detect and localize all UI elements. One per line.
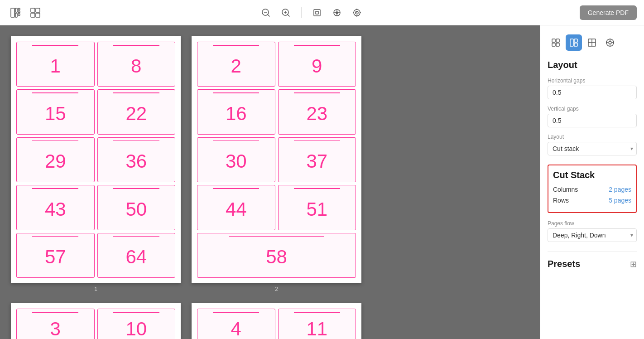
zoom-out-button[interactable] [258, 5, 274, 21]
card-58: 58 [197, 233, 356, 278]
right-panel: Layout Horizontal gaps Vertical gaps Lay… [540, 25, 644, 339]
svg-rect-0 [11, 8, 14, 17]
page-4: 4 11 [192, 303, 361, 339]
vertical-gaps-input[interactable] [548, 114, 637, 127]
generate-pdf-button[interactable]: Generate PDF [580, 5, 637, 20]
cut-stack-rows-row: Rows 5 pages [553, 197, 631, 204]
toolbar-divider [301, 7, 302, 18]
horizontal-gaps-label: Horizontal gaps [548, 77, 637, 84]
svg-rect-6 [31, 8, 35, 12]
card-1: 1 [16, 42, 95, 87]
fit-page-button[interactable] [309, 5, 325, 21]
card-64: 64 [97, 233, 176, 278]
svg-line-16 [288, 15, 289, 16]
pages-flow-label: Pages flow [548, 220, 637, 227]
svg-rect-2 [15, 13, 17, 17]
cut-stack-columns-row: Columns 2 pages [553, 186, 631, 193]
columns-value: 2 pages [609, 186, 631, 193]
svg-rect-7 [36, 8, 40, 12]
svg-rect-4 [18, 11, 20, 13]
page-group-3: 3 10 [11, 303, 181, 339]
card-57: 57 [16, 233, 95, 278]
panel-icon-2[interactable] [566, 34, 582, 51]
page-group-2: 2 9 16 23 30 37 44 51 58 2 [192, 36, 361, 292]
svg-rect-5 [18, 14, 20, 15]
svg-rect-18 [316, 11, 318, 14]
card-23: 23 [278, 89, 356, 134]
fit-width-button[interactable] [329, 5, 345, 21]
columns-label: Columns [553, 186, 578, 193]
svg-rect-30 [552, 39, 555, 42]
card-30: 30 [197, 137, 275, 182]
card-44: 44 [197, 185, 275, 230]
page-2-label: 2 [275, 286, 278, 292]
card-10: 10 [97, 309, 176, 339]
main-content: 1 8 15 22 29 36 43 50 57 64 1 2 9 16 23 … [0, 25, 644, 339]
panel-icons [548, 34, 637, 51]
card-43: 43 [16, 185, 95, 230]
toolbar-right: Generate PDF [580, 5, 637, 20]
card-29: 29 [16, 137, 95, 182]
svg-rect-32 [552, 43, 555, 46]
panel-icon-3[interactable] [584, 34, 600, 51]
horizontal-gaps-input[interactable] [548, 86, 637, 99]
layout-select-wrapper: Cut stack ▾ [548, 142, 637, 155]
cut-stack-section: Cut Stack Columns 2 pages Rows 5 pages [548, 165, 637, 213]
canvas-area[interactable]: 1 8 15 22 29 36 43 50 57 64 1 2 9 16 23 … [0, 25, 540, 339]
card-11: 11 [278, 309, 356, 339]
zoom-in-button[interactable] [278, 5, 294, 21]
svg-rect-35 [574, 39, 577, 42]
layout-label: Layout [548, 134, 637, 140]
page-group-4: 4 11 [192, 303, 361, 339]
card-22: 22 [97, 89, 176, 134]
svg-rect-9 [36, 13, 40, 17]
card-9: 9 [278, 42, 356, 87]
card-8: 8 [97, 42, 176, 87]
card-15: 15 [16, 89, 95, 134]
rows-value: 5 pages [609, 197, 631, 204]
presets-section: Presets ⊞ [548, 251, 637, 269]
pages-flow-select[interactable]: Deep, Right, Down [548, 228, 637, 242]
card-3: 3 [16, 309, 95, 339]
pages-flow-select-wrapper: Deep, Right, Down ▾ [548, 228, 637, 242]
svg-point-25 [356, 12, 357, 13]
card-4: 4 [197, 309, 275, 339]
actual-size-button[interactable] [349, 5, 365, 21]
card-51: 51 [278, 185, 356, 230]
svg-rect-8 [31, 13, 35, 17]
svg-rect-3 [18, 8, 20, 10]
layout-icon-1[interactable] [7, 5, 24, 21]
svg-line-12 [268, 15, 269, 16]
card-16: 16 [197, 89, 275, 134]
svg-rect-33 [556, 43, 559, 46]
presets-title: Presets [548, 259, 580, 269]
layout-select[interactable]: Cut stack [548, 142, 637, 155]
toolbar-left [7, 5, 43, 21]
svg-rect-31 [556, 39, 559, 42]
svg-rect-1 [15, 8, 17, 12]
panel-icon-1[interactable] [548, 34, 564, 51]
toolbar-center [258, 5, 365, 21]
layout-title: Layout [548, 60, 637, 70]
toolbar: Generate PDF [0, 0, 644, 25]
page-1: 1 8 15 22 29 36 43 50 57 64 [11, 36, 181, 283]
card-2: 2 [197, 42, 275, 87]
svg-rect-17 [314, 10, 320, 16]
card-37: 37 [278, 137, 356, 182]
svg-rect-36 [574, 43, 577, 46]
panel-icon-4[interactable] [602, 34, 618, 51]
card-50: 50 [97, 185, 176, 230]
card-36: 36 [97, 137, 176, 182]
page-group-1: 1 8 15 22 29 36 43 50 57 64 1 [11, 36, 181, 292]
svg-point-41 [609, 41, 611, 44]
cut-stack-title: Cut Stack [553, 170, 631, 180]
page-3: 3 10 [11, 303, 181, 339]
layout-icon-2[interactable] [27, 5, 43, 21]
rows-label: Rows [553, 197, 569, 204]
page-1-label: 1 [94, 286, 97, 292]
svg-rect-34 [570, 39, 573, 46]
presets-grid-icon[interactable]: ⊞ [630, 259, 637, 269]
vertical-gaps-label: Vertical gaps [548, 106, 637, 112]
page-2: 2 9 16 23 30 37 44 51 58 [192, 36, 361, 283]
